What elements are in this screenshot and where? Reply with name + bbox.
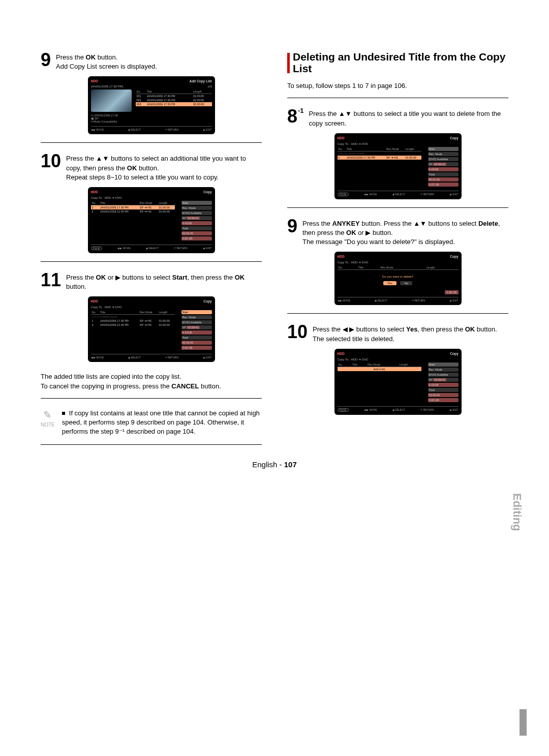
- step-text: Press the ◀ ▶ buttons to select Yes, the…: [313, 323, 497, 343]
- note-text: If copy list contains at least one title…: [62, 409, 262, 437]
- divider: [41, 261, 262, 262]
- step-number: 10: [41, 152, 61, 170]
- ui-screenshot-select-title: HDDCopy Copy To : HDD ➜ DVD Start Rec. M…: [334, 133, 462, 199]
- hdd-label: HDD: [91, 79, 98, 83]
- no-button[interactable]: No: [400, 281, 412, 285]
- step-10-right: 10 Press the ◀ ▶ buttons to select Yes, …: [287, 323, 508, 343]
- divider: [287, 313, 508, 314]
- side-panel: Start Rec. Mode [DVD] Available SP 03:59…: [181, 201, 212, 241]
- ui-screenshot-copy-start: HDDCopy Copy To : HDD ➜ DVD Start Rec. M…: [88, 296, 215, 362]
- step-9: 9 Press the OK button. Add Copy List scr…: [41, 51, 262, 71]
- side-panel: Start Rec. Mode [DVD] Available SP 03:59…: [428, 147, 459, 188]
- side-tab-mark: [520, 709, 527, 736]
- bullet-icon: [62, 412, 65, 415]
- page-footer: English - 107: [41, 460, 508, 469]
- section-heading: Deleting an Undesired Title from the Cop…: [287, 51, 508, 74]
- note-block: ✎ NOTE If copy list contains at least on…: [41, 409, 262, 445]
- divider: [287, 98, 508, 98]
- section-subtitle: To setup, follow steps 1 to 7 in page 10…: [287, 79, 508, 90]
- step-11: 11 Press the OK or ▶ buttons to select S…: [41, 271, 262, 291]
- pencil-icon: ✎: [41, 409, 55, 421]
- step-text: Press the ▲▼ buttons to select a title y…: [309, 107, 508, 128]
- side-panel: Start Rec. Mode [DVD] Available SP 03:59…: [428, 362, 459, 403]
- right-column: Deleting an Undesired Title from the Cop…: [287, 51, 508, 445]
- step-text: Press the OK button. Add Copy List scree…: [56, 51, 157, 71]
- ui-screenshot-empty-list: HDDCopy Copy To : HDD ➜ DVD Start Rec. M…: [334, 349, 462, 415]
- ui-screenshot-delete-prompt: HDDCopy Copy To : HDD ➜ DVD No.TitleRec.…: [334, 252, 462, 305]
- side-tab-label: Editing: [510, 493, 524, 531]
- side-panel: Start Rec. Mode [DVD] Available SP 03:59…: [181, 310, 212, 351]
- step-text: Press the OK or ▶ buttons to select Star…: [66, 271, 262, 291]
- step-10: 10 Press the ▲▼ buttons to select an add…: [41, 152, 262, 182]
- confirm-dialog: Do you want to delete? Yes No: [338, 275, 459, 285]
- page: 9 Press the OK button. Add Copy List scr…: [0, 0, 549, 756]
- step-number: 10: [287, 323, 308, 341]
- screen-title: Add Copy List: [189, 79, 211, 83]
- post-step-text: The added title lists are copied into th…: [41, 370, 262, 390]
- step-8-1: 8-1 Press the ▲▼ buttons to select a tit…: [287, 107, 508, 128]
- note-icon: ✎ NOTE: [41, 409, 55, 428]
- note-label: NOTE: [41, 422, 55, 428]
- step-number: 8-1: [287, 107, 304, 126]
- left-column: 9 Press the OK button. Add Copy List scr…: [41, 51, 262, 445]
- step-number: 11: [41, 271, 61, 289]
- red-bar-icon: [287, 53, 290, 73]
- confirm-message: Do you want to delete?: [338, 275, 459, 278]
- divider: [287, 207, 508, 208]
- divider: [41, 398, 262, 399]
- step-text: Press the ▲▼ buttons to select an additi…: [66, 152, 262, 182]
- section-title: Deleting an Undesired Title from the Cop…: [293, 51, 508, 74]
- step-number: 9: [41, 51, 51, 69]
- preview-thumbnail: [91, 89, 132, 112]
- step-text: Press the ANYKEY button. Press the ▲▼ bu…: [302, 217, 508, 247]
- step-number: 9: [287, 217, 297, 235]
- yes-button[interactable]: Yes: [383, 281, 396, 285]
- two-column-layout: 9 Press the OK button. Add Copy List scr…: [41, 51, 508, 445]
- ui-screenshot-add-copy-list: HDD Add Copy List JAN/01/2006 17:30 PR1 …: [88, 76, 215, 134]
- ui-screenshot-copy-list: HDDCopy Copy To : HDD ➜ DVD Start Rec. M…: [88, 187, 215, 253]
- divider: [41, 142, 262, 143]
- step-9-right: 9 Press the ANYKEY button. Press the ▲▼ …: [287, 217, 508, 247]
